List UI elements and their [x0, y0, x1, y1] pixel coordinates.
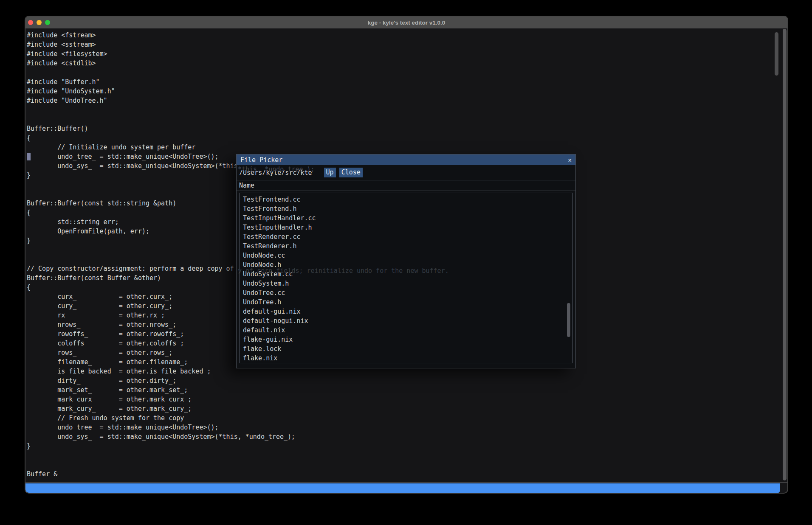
file-item[interactable]: default.nix [240, 326, 572, 335]
name-column-header-row: Name [237, 180, 575, 191]
code-line-text: filename_ = other.filename_; [27, 358, 188, 366]
file-item[interactable]: UndoNode.h [240, 260, 572, 270]
code-line-text: Buffer::Buffer(const std::string &path) [27, 199, 176, 207]
up-button[interactable]: Up [324, 168, 336, 177]
close-button[interactable]: Close [339, 168, 363, 177]
code-line-text: { [27, 284, 31, 291]
editor-scrollbar-thumb[interactable] [775, 32, 778, 76]
code-line-text: nrows_ = other.nrows_; [27, 321, 176, 328]
code-line: #include "UndoSystem.h" [27, 87, 787, 96]
file-item[interactable]: default-gui.nix [240, 307, 572, 316]
code-line: mark_cury_ = other.mark_cury_; [27, 404, 787, 413]
code-line: { [27, 133, 787, 143]
code-line-text: rx_ = other.rx_; [27, 312, 165, 319]
code-line-text: std::string err; [27, 218, 119, 226]
code-line: #include "Buffer.h" [27, 77, 787, 87]
code-line: #include <sstream> [27, 40, 787, 49]
code-line: Buffer::Buffer() [27, 124, 787, 133]
code-line: #include <fstream> [27, 31, 787, 40]
code-line-text: } [27, 237, 31, 244]
code-line-text: Buffer::Buffer() [27, 125, 88, 132]
code-line: #include "UndoTree.h" [27, 96, 787, 105]
code-line [27, 451, 787, 460]
file-item[interactable]: UndoNode.cc [240, 251, 572, 260]
code-line-text: mark_cury_ = other.mark_cury_; [27, 405, 192, 413]
code-line-text: curx_ = other.curx_; [27, 293, 172, 300]
code-line-text: #include <cstdlib> [27, 59, 96, 67]
code-line-text: #include <filesystem> [27, 50, 107, 58]
code-line: // Initialize undo system per buffer [27, 143, 787, 152]
code-line: #include <filesystem> [27, 49, 787, 59]
editor-cursor [27, 153, 31, 160]
code-line-text: dirty_ = other.dirty_; [27, 377, 176, 385]
list-scrollbar-thumb[interactable] [567, 303, 570, 337]
code-line-text: rowoffs_ = other.rowoffs_; [27, 330, 184, 338]
code-line [27, 115, 787, 124]
code-line-text: #include "UndoSystem.h" [27, 87, 115, 95]
traffic-lights [28, 17, 50, 28]
file-item[interactable]: flake.lock [240, 344, 572, 354]
code-line: mark_curx_ = other.mark_curx_; [27, 395, 787, 404]
code-line-text: undo_sys_ = std::make_unique<UndoSystem>… [27, 433, 295, 441]
file-list[interactable]: TestFrontend.ccTestFrontend.hTestInputHa… [239, 193, 573, 363]
code-line-text: } [27, 171, 31, 179]
statusbar-separator [25, 482, 787, 483]
code-line-text: #include <fstream> [27, 31, 96, 39]
code-line: // Fresh undo system for the copy [27, 413, 787, 423]
code-line-text: cury_ = other.cury_; [27, 302, 172, 310]
code-line-text: #include "Buffer.h" [27, 78, 100, 86]
current-path-label: /Users/kyle/src/kte [239, 169, 312, 177]
window-title: kge - kyle's text editor v1.0.0 [368, 20, 445, 26]
file-item[interactable]: UndoTree.h [240, 298, 572, 307]
code-line-text: Buffer::Buffer(const Buffer &other) [27, 274, 161, 282]
code-line-text: OpenFromFile(path, err); [27, 227, 149, 235]
dialog-title: File Picker [240, 156, 568, 164]
code-line: dirty_ = other.dirty_; [27, 376, 787, 385]
code-line-text: rows_ = other.rows_; [27, 349, 172, 357]
window-titlebar[interactable]: kge - kyle's text editor v1.0.0 [25, 17, 787, 28]
file-item[interactable]: TestInputHandler.h [240, 223, 572, 232]
file-item[interactable]: UndoSystem.cc [240, 270, 572, 279]
file-item[interactable]: UndoTree.cc [240, 288, 572, 298]
code-line-text: #include "UndoTree.h" [27, 97, 107, 104]
file-item[interactable]: flake.nix [240, 354, 572, 363]
path-row: /Users/kyle/src/kte Up Close [237, 165, 575, 180]
code-line-text: Buffer & [27, 470, 57, 478]
zoom-window-icon[interactable] [45, 20, 50, 25]
code-line: undo_sys_ = std::make_unique<UndoSystem>… [27, 432, 787, 441]
code-line-text: is_file_backed_ = other.is_file_backed_; [27, 368, 211, 375]
file-item[interactable]: default-nogui.nix [240, 316, 572, 326]
file-item[interactable]: TestInputHandler.cc [240, 213, 572, 223]
file-item[interactable]: TestFrontend.h [240, 204, 572, 213]
code-line [27, 460, 787, 469]
code-line-text: undo_tree_ = std::make_unique<UndoTree>(… [27, 153, 219, 160]
window-scrollbar[interactable] [783, 29, 787, 480]
code-line: mark_set_ = other.mark_set_; [27, 385, 787, 395]
code-line: Buffer & [27, 469, 787, 479]
status-bar: kge v1.0.0 [1/1] Buffer.cc 486L Open Fil… [25, 483, 780, 493]
code-line-text: undo_tree_ = std::make_unique<UndoTree>(… [27, 424, 219, 431]
code-line-text: mark_curx_ = other.mark_curx_; [27, 396, 192, 403]
code-line-text: { [27, 209, 31, 216]
code-line-text: mark_set_ = other.mark_set_; [27, 386, 188, 394]
dialog-titlebar[interactable]: File Picker ✕ [237, 154, 575, 165]
close-icon[interactable]: ✕ [568, 157, 572, 163]
code-line-text: { [27, 134, 31, 142]
status-version-file: kge v1.0.0 [1/1] Buffer.cc 486L [30, 493, 148, 494]
file-item[interactable]: TestRenderer.cc [240, 232, 572, 241]
name-column-header: Name [239, 182, 254, 189]
code-line-text: } [27, 442, 31, 450]
code-line: undo_tree_ = std::make_unique<UndoTree>(… [27, 423, 787, 432]
code-line-text: #include <sstream> [27, 41, 96, 48]
code-line: #include <cstdlib> [27, 59, 787, 68]
file-picker-dialog: File Picker ✕ /Users/kyle/src/kte Up Clo… [236, 154, 576, 368]
minimize-window-icon[interactable] [37, 20, 42, 25]
code-line-text: // Fresh undo system for the copy [27, 414, 184, 422]
file-item[interactable]: TestFrontend.cc [240, 195, 572, 204]
file-item[interactable]: flake-gui.nix [240, 335, 572, 344]
code-line: } [27, 441, 787, 451]
code-line [27, 68, 787, 77]
close-window-icon[interactable] [28, 20, 33, 25]
file-item[interactable]: TestRenderer.h [240, 241, 572, 251]
file-item[interactable]: UndoSystem.h [240, 279, 572, 288]
